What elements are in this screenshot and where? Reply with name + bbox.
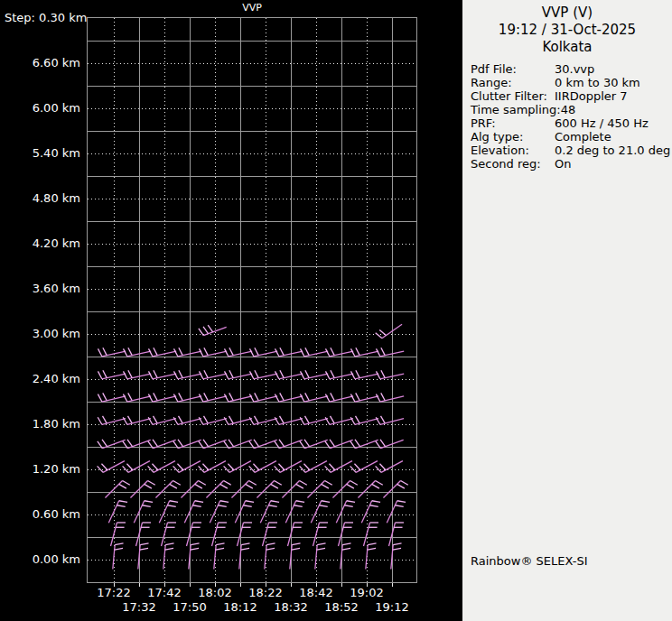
wind-barb-feather: [229, 348, 233, 355]
wind-barb-feather: [229, 440, 233, 447]
wind-barb-feather: [173, 394, 177, 402]
wind-barb-feather: [347, 484, 354, 488]
wind-barb: [311, 501, 321, 523]
wind-barb-feather: [325, 466, 331, 472]
wind-barb-feather: [249, 371, 253, 378]
info-header: VVP (V) 19:12 / 31-Oct-2025 Kolkata: [462, 5, 672, 56]
wind-barb-feather: [203, 327, 208, 334]
wind-barb-feather: [300, 466, 305, 472]
param-label: Clutter Filter:: [471, 89, 547, 103]
plot-title: VVP: [87, 2, 417, 14]
wind-barb-feather: [292, 548, 300, 550]
wind-barb-feather: [305, 393, 309, 400]
wind-barb-feather: [154, 348, 157, 355]
wind-barb-feather: [350, 371, 354, 378]
wind-barb-feather: [204, 416, 209, 423]
wind-barb-feather: [255, 348, 258, 355]
wind-barb-feather: [356, 416, 360, 423]
param-row: Elevation:0.2 deg to 21.0 deg: [462, 144, 672, 157]
wind-barb-feather: [119, 501, 127, 503]
wind-barb-feather: [376, 480, 383, 485]
wind-barb-feather: [305, 348, 309, 355]
wind-barb-feather: [300, 480, 307, 485]
wind-barb-feather: [153, 440, 157, 447]
wind-barb-feather: [229, 370, 233, 377]
wind-barb-feather: [271, 484, 278, 488]
x-axis-label: 17:50: [168, 600, 211, 614]
wind-barb-feather: [372, 501, 380, 503]
x-axis-label: 18:02: [193, 586, 237, 599]
wind-barb-feather: [199, 480, 206, 485]
wind-barb-feather: [356, 393, 359, 400]
wind-barb-feather: [376, 333, 382, 338]
wind-barb-feather: [275, 371, 278, 378]
wind-barb-feather: [229, 416, 234, 423]
wind-barb-feather: [279, 440, 284, 447]
wind-barb-feather: [372, 484, 379, 488]
wind-barb-feather: [154, 370, 157, 377]
wind-barb-feather: [204, 393, 208, 400]
wind-barb-feather: [255, 370, 258, 377]
wind-barb-feather: [179, 393, 182, 400]
wind-barb-feather: [220, 501, 229, 503]
wind-barb-feather: [216, 548, 224, 550]
x-axis-label: 18:52: [320, 600, 363, 614]
wind-barb: [263, 523, 269, 546]
wind-barb-feather: [344, 505, 352, 507]
wind-barb-feather: [266, 548, 275, 550]
vvp-display-window: Step: 0.30 km VVP 6.60 km6.00 km5.40 km4…: [0, 0, 672, 621]
wind-barb-feather: [103, 393, 107, 400]
param-label: Pdf File:: [471, 62, 517, 76]
param-label: PRF:: [471, 116, 496, 130]
wind-barb-feather: [173, 480, 181, 485]
param-value: 0 km to 30 km: [555, 76, 640, 89]
wind-barb-feather: [350, 480, 358, 485]
wind-barb-feather: [140, 548, 148, 550]
wind-barb-feather: [368, 548, 376, 550]
param-value: On: [555, 157, 571, 171]
wind-barb-feather: [98, 371, 101, 378]
wind-barb: [159, 501, 169, 523]
wind-barb-feather: [127, 440, 132, 447]
wind-barb-feather: [179, 416, 183, 423]
wind-barb-feather: [199, 371, 202, 378]
y-axis-label: 2.40 km: [0, 371, 80, 387]
wind-barb-feather: [350, 466, 356, 472]
wind-barb-feather: [350, 394, 354, 402]
x-axis-label: 17:22: [92, 586, 135, 599]
wind-barb-feather: [379, 464, 385, 470]
wind-barb-feather: [246, 484, 253, 488]
y-axis-label: 1.20 km: [0, 461, 80, 477]
wind-barb-feather: [241, 548, 249, 550]
wind-barb-feather: [148, 371, 152, 378]
wind-barb-feather: [177, 464, 182, 470]
wind-barb-feather: [103, 416, 107, 423]
wind-barb-feather: [148, 394, 152, 402]
wind-barb-feather: [246, 501, 254, 503]
y-axis-label: 3.60 km: [0, 281, 80, 297]
wind-barb-feather: [331, 393, 334, 400]
param-value: 0.2 deg to 21.0 deg: [555, 144, 670, 157]
wind-barb: [210, 501, 219, 523]
y-axis-label: 6.60 km: [0, 55, 80, 71]
wind-barb-feather: [325, 480, 332, 485]
wind-barb-feather: [249, 466, 255, 472]
wind-barb-feather: [228, 464, 233, 470]
wind-barb-feather: [275, 480, 282, 485]
wind-barb-feather: [148, 348, 152, 356]
wind-barb-feather: [397, 484, 405, 488]
wind-barb-feather: [241, 543, 249, 545]
wind-barb-feather: [199, 466, 204, 472]
param-value: 600 Hz / 450 Hz: [555, 116, 649, 130]
wind-barb-feather: [329, 464, 334, 470]
y-axis-label: 0.00 km: [0, 551, 80, 568]
wind-barb-feather: [381, 348, 385, 355]
wind-barb-feather: [268, 505, 276, 507]
wind-barb-feather: [275, 466, 280, 472]
wind-barb-feather: [179, 348, 182, 355]
wind-barb-feather: [331, 348, 334, 355]
param-row: PRF:600 Hz / 450 Hz: [462, 116, 672, 130]
wind-barb-feather: [165, 548, 173, 550]
wind-barb-chart: [87, 17, 417, 589]
wind-barb-feather: [98, 394, 101, 402]
